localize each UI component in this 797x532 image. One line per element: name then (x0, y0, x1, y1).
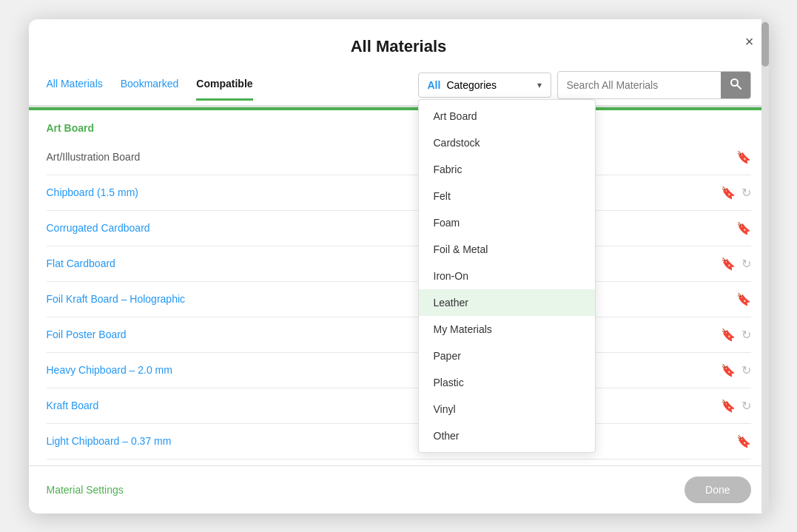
modal-title: All Materials (351, 37, 447, 56)
dropdown-item-felt[interactable]: Felt (419, 183, 595, 209)
material-settings-link[interactable]: Material Settings (47, 484, 124, 496)
row-actions: 🔖 (736, 150, 751, 164)
bookmark-icon[interactable]: 🔖 (736, 221, 751, 235)
material-name[interactable]: Light Chipboard – 0.37 mm (47, 435, 172, 447)
category-selected-label: All (428, 79, 441, 91)
dropdown-item-vinyl[interactable]: Vinyl (419, 396, 595, 422)
row-actions: 🔖 ↻ (721, 399, 751, 413)
row-actions: 🔖 (736, 292, 751, 306)
category-rest-label: Categories (446, 79, 497, 91)
tab-all-materials[interactable]: All Materials (47, 78, 103, 101)
sync-icon[interactable]: ↻ (741, 186, 751, 200)
category-dropdown-menu: Art Board Cardstock Fabric Felt Foam Foi… (418, 99, 596, 453)
svg-line-1 (737, 85, 741, 89)
table-row: Art/Illustration Board 🔖 (47, 140, 751, 175)
table-row: Kraft Board 🔖 ↻ (47, 388, 751, 424)
content-area: Art Board Art/Illustration Board 🔖 Chipb… (29, 110, 769, 465)
search-box (557, 71, 751, 99)
dropdown-item-art-board[interactable]: Art Board (419, 103, 595, 129)
row-actions: 🔖 (736, 434, 751, 448)
bookmark-icon[interactable]: 🔖 (721, 186, 736, 200)
table-row: Light Chipboard – 0.37 mm 🔖 (47, 424, 751, 459)
dropdown-item-my-materials[interactable]: My Materials (419, 316, 595, 343)
category-select-button[interactable]: All Categories ▾ (418, 73, 551, 98)
dropdown-item-paper[interactable]: Paper (419, 343, 595, 369)
bookmark-icon[interactable]: 🔖 (736, 434, 751, 448)
sync-icon[interactable]: ↻ (741, 399, 751, 413)
category-dropdown: All Categories ▾ Art Board Cardstock Fab… (418, 73, 551, 98)
material-name[interactable]: Heavy Chipboard – 2.0 mm (47, 364, 172, 376)
table-row: Corrugated Cardboard 🔖 (47, 211, 751, 246)
tabs-row: All Materials Bookmarked Compatible All … (29, 65, 769, 107)
row-actions: 🔖 ↻ (721, 363, 751, 377)
bookmark-icon[interactable]: 🔖 (721, 328, 736, 342)
table-row: Flat Cardboard 🔖 ↻ (47, 246, 751, 282)
dropdown-item-fabric[interactable]: Fabric (419, 156, 595, 183)
bookmark-icon[interactable]: 🔖 (721, 399, 736, 413)
dropdown-item-cardstock[interactable]: Cardstock (419, 129, 595, 156)
materials-modal: All Materials × All Materials Bookmarked… (29, 19, 769, 514)
dropdown-item-iron-on[interactable]: Iron-On (419, 263, 595, 289)
modal-footer: Material Settings Done (29, 465, 769, 514)
material-name[interactable]: Kraft Board (47, 400, 99, 411)
table-row: Chipboard (1.5 mm) 🔖 ↻ (47, 175, 751, 211)
search-area: All Categories ▾ Art Board Cardstock Fab… (418, 71, 751, 105)
tab-bookmarked[interactable]: Bookmarked (121, 78, 179, 101)
material-name[interactable]: Foil Kraft Board – Holographic (47, 293, 186, 305)
material-name[interactable]: Foil Poster Board (47, 329, 127, 340)
material-name[interactable]: Chipboard (1.5 mm) (47, 186, 139, 198)
material-name[interactable]: Flat Cardboard (47, 257, 115, 269)
section-header-art-board: Art Board (47, 110, 751, 140)
dropdown-item-leather[interactable]: Leather (419, 289, 595, 316)
material-name[interactable]: Corrugated Cardboard (47, 222, 150, 234)
table-row: Foil Poster Board 🔖 ↻ (47, 317, 751, 353)
table-row: Foil Kraft Board – Holographic 🔖 (47, 282, 751, 317)
bookmark-icon[interactable]: 🔖 (721, 363, 736, 377)
bookmark-icon[interactable]: 🔖 (736, 292, 751, 306)
table-row: Matboard (1.5 mm) 🔖 (47, 459, 751, 465)
bookmark-icon[interactable]: 🔖 (736, 150, 751, 164)
row-actions: 🔖 (736, 221, 751, 235)
table-row: Heavy Chipboard – 2.0 mm 🔖 ↻ (47, 353, 751, 388)
sync-icon[interactable]: ↻ (741, 257, 751, 271)
sync-icon[interactable]: ↻ (741, 363, 751, 377)
search-input[interactable] (558, 73, 721, 97)
dropdown-item-plastic[interactable]: Plastic (419, 369, 595, 396)
dropdown-item-foil-metal[interactable]: Foil & Metal (419, 236, 595, 263)
dropdown-item-other[interactable]: Other (419, 422, 595, 449)
dropdown-item-foam[interactable]: Foam (419, 209, 595, 236)
tab-compatible[interactable]: Compatible (196, 78, 252, 101)
row-actions: 🔖 ↻ (721, 257, 751, 271)
sync-icon[interactable]: ↻ (741, 328, 751, 342)
modal-header: All Materials × (29, 19, 769, 65)
row-actions: 🔖 ↻ (721, 328, 751, 342)
close-button[interactable]: × (745, 34, 754, 49)
search-button[interactable] (721, 72, 750, 98)
chevron-down-icon: ▾ (537, 80, 542, 90)
row-actions: 🔖 ↻ (721, 186, 751, 200)
bookmark-icon[interactable]: 🔖 (721, 257, 736, 271)
search-icon (730, 78, 741, 92)
material-name[interactable]: Art/Illustration Board (47, 151, 141, 163)
done-button[interactable]: Done (685, 477, 750, 503)
